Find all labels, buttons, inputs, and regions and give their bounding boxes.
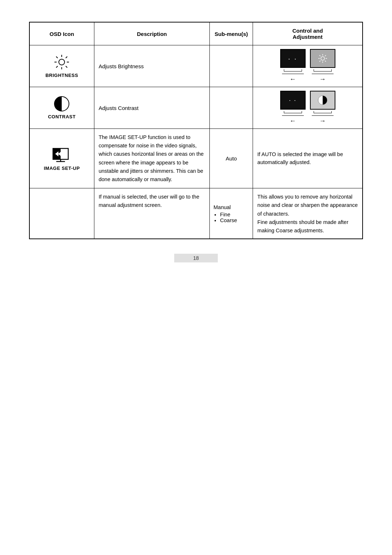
imagesetup-manual-icon-cell bbox=[29, 188, 94, 239]
svg-point-0 bbox=[59, 59, 65, 65]
imagesetup-auto-description: The IMAGE SET-UP function is used to com… bbox=[94, 129, 210, 188]
imagesetup-icon-cell: IMAGE SET-UP bbox=[29, 129, 94, 188]
contrast-half-circle-icon bbox=[54, 96, 69, 111]
left-arrow-brightness: ← bbox=[290, 76, 296, 83]
contrast-label: CONTRAST bbox=[34, 114, 90, 119]
brightness-label: BRIGHTNESS bbox=[34, 73, 90, 78]
contrast-monitor-pair: · · ← → bbox=[257, 91, 358, 125]
svg-line-5 bbox=[56, 57, 58, 58]
brightness-monitor-dark: · · ← bbox=[280, 49, 306, 83]
imagesetup-manual-description: If manual is selected, the user will go … bbox=[94, 188, 210, 239]
header-osd-icon: OSD Icon bbox=[29, 22, 94, 45]
main-table: OSD Icon Description Sub-menu(s) Control… bbox=[29, 22, 363, 239]
brightness-control: · · ← bbox=[253, 45, 363, 87]
svg-line-16 bbox=[325, 55, 326, 56]
page-number: 18 bbox=[174, 254, 218, 262]
svg-point-9 bbox=[321, 57, 324, 60]
brightness-monitor-pair: · · ← bbox=[257, 49, 358, 83]
table-row: CONTRAST Adjusts Contrast · · ← bbox=[29, 87, 363, 129]
svg-line-15 bbox=[325, 61, 326, 62]
right-arrow-brightness: → bbox=[319, 76, 326, 83]
contrast-monitor-light: → bbox=[310, 91, 335, 125]
imagesetup-icon bbox=[52, 146, 72, 163]
table-row: BRIGHTNESS Adjusts Brightness · · bbox=[29, 45, 363, 87]
left-arrow-contrast: ← bbox=[290, 117, 296, 125]
brightness-light-screen bbox=[310, 49, 335, 68]
submenu-list: Fine Coarse bbox=[213, 212, 248, 223]
imagesetup-manual-submenus: Manual Fine Coarse bbox=[210, 188, 253, 239]
brightness-dark-screen: · · bbox=[280, 49, 306, 68]
imagesetup-label: IMAGE SET-UP bbox=[34, 166, 90, 171]
right-arrow-contrast: → bbox=[319, 117, 326, 125]
brightness-sun-icon bbox=[54, 54, 70, 70]
contrast-description: Adjusts Contrast bbox=[94, 87, 210, 129]
table-row: IMAGE SET-UP The IMAGE SET-UP function i… bbox=[29, 129, 363, 188]
svg-line-17 bbox=[319, 61, 320, 62]
imagesetup-auto-submenus: Auto bbox=[210, 129, 253, 188]
imagesetup-manual-control: This allows you to remove any horizontal… bbox=[253, 188, 363, 239]
contrast-dark-screen: · · bbox=[280, 91, 306, 110]
table-row: If manual is selected, the user will go … bbox=[29, 188, 363, 239]
page-wrapper: OSD Icon Description Sub-menu(s) Control… bbox=[29, 22, 363, 262]
brightness-icon-cell: BRIGHTNESS bbox=[29, 45, 94, 87]
contrast-half-circle-small bbox=[318, 95, 327, 105]
header-control: Control andAdjustment bbox=[253, 22, 363, 45]
svg-line-6 bbox=[66, 66, 67, 68]
brightness-sun-small bbox=[318, 53, 328, 64]
header-submenus: Sub-menu(s) bbox=[210, 22, 253, 45]
contrast-monitor-dark: · · ← bbox=[280, 91, 306, 125]
svg-line-7 bbox=[66, 57, 67, 58]
contrast-light-screen bbox=[310, 91, 335, 110]
brightness-description: Adjusts Brightness bbox=[94, 45, 210, 87]
svg-line-8 bbox=[56, 66, 58, 68]
contrast-icon-cell: CONTRAST bbox=[29, 87, 94, 129]
brightness-monitor-light: → bbox=[310, 49, 335, 83]
brightness-submenus bbox=[210, 45, 253, 87]
header-description: Description bbox=[94, 22, 210, 45]
imagesetup-auto-control: If AUTO is selected the image will be au… bbox=[253, 129, 363, 188]
svg-line-14 bbox=[319, 55, 320, 56]
contrast-submenus bbox=[210, 87, 253, 129]
contrast-control: · · ← → bbox=[253, 87, 363, 129]
